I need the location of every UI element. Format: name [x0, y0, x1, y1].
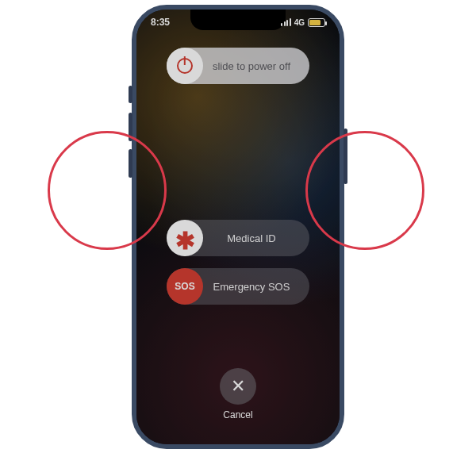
sos-knob[interactable]: SOS: [167, 268, 203, 305]
network-label: 4G: [294, 18, 305, 27]
sos-label: Emergency SOS: [203, 281, 309, 293]
annotation-circle-left: [48, 131, 167, 250]
sos-icon-text: SOS: [175, 281, 194, 292]
cancel-area: ✕ Cancel: [220, 368, 256, 420]
power-off-slider[interactable]: slide to power off: [167, 48, 309, 84]
medical-id-label: Medical ID: [203, 232, 309, 244]
close-icon: ✕: [231, 378, 245, 395]
power-off-knob[interactable]: [167, 48, 203, 84]
mute-switch[interactable]: [129, 86, 132, 103]
medical-id-knob[interactable]: ✱: [167, 220, 203, 256]
asterisk-icon: ✱: [175, 229, 195, 253]
cancel-button[interactable]: ✕: [220, 368, 256, 405]
medical-id-slider[interactable]: ✱ Medical ID: [167, 220, 309, 256]
battery-icon: [308, 18, 325, 27]
status-time: 8:35: [151, 17, 170, 28]
iphone-frame: 8:35 4G slide to power off ✱ Medical ID: [132, 5, 344, 449]
status-bar: 8:35 4G: [136, 14, 340, 30]
cancel-label: Cancel: [223, 409, 252, 420]
power-off-label: slide to power off: [203, 60, 309, 72]
signal-bars-icon: [281, 18, 291, 26]
screen: 8:35 4G slide to power off ✱ Medical ID: [136, 10, 340, 444]
power-icon: [177, 58, 193, 74]
status-right: 4G: [281, 18, 325, 27]
emergency-sos-slider[interactable]: SOS Emergency SOS: [167, 268, 309, 305]
annotation-circle-right: [305, 131, 424, 250]
